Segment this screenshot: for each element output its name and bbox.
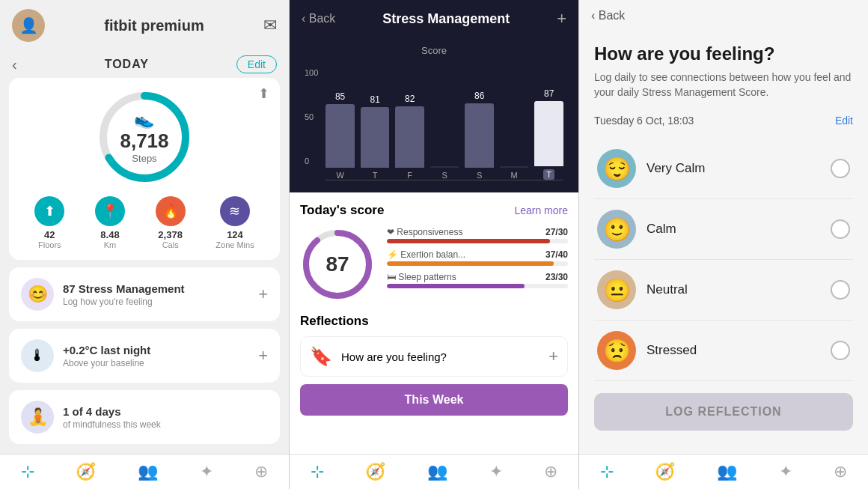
bar-today-day: T	[543, 169, 554, 180]
today-score-header: Today's score Learn more	[300, 203, 568, 218]
sleep-label: 🛏 Sleep patterns	[387, 272, 456, 282]
p2-nav-discover[interactable]: 🧭	[365, 462, 385, 482]
stress-sub: Log how you're feeling	[63, 297, 249, 307]
bar-t1-value: 81	[370, 94, 379, 105]
very-calm-radio[interactable]	[831, 159, 850, 178]
panel2-content: Today's score Learn more 87 ❤ Responsive…	[290, 192, 578, 454]
nav-add[interactable]: ⊕	[254, 462, 268, 482]
stressed-radio[interactable]	[831, 341, 850, 360]
nav-discover[interactable]: 🧭	[76, 462, 96, 482]
steps-circle-inner: 👟 8,718 Steps	[120, 110, 168, 164]
p2-nav-home[interactable]: ⊹	[311, 462, 324, 482]
log-reflection-button[interactable]: LOG REFLECTION	[594, 393, 853, 431]
score-circle: 87	[300, 227, 375, 302]
neutral-emoji: 😐	[597, 270, 636, 309]
stress-card[interactable]: 😊 87 Stress Management Log how you're fe…	[9, 267, 280, 321]
bar-t1-day: T	[373, 171, 378, 180]
neutral-option[interactable]: 😐 Neutral	[594, 260, 853, 321]
feeling-panel: ‹ Back How are you feeling? Log daily to…	[579, 0, 868, 489]
steps-card: ⬆ 👟 8,718 Steps ⬆ 42 Floors	[9, 78, 280, 260]
feeling-subtitle: Log daily to see connections between how…	[594, 70, 853, 100]
responsiveness-label: ❤ Responsiveness	[387, 227, 462, 237]
reflection-plus[interactable]: +	[548, 347, 558, 366]
stress-plus[interactable]: +	[258, 285, 268, 304]
bar-s1: S	[430, 164, 459, 180]
share-icon[interactable]: ⬆	[258, 85, 269, 102]
p2-back-btn[interactable]: ‹ Back	[302, 12, 335, 25]
p3-nav-premium[interactable]: ✦	[779, 462, 792, 482]
back-icon[interactable]: ‹	[12, 56, 17, 73]
responsiveness-value: 27/30	[545, 227, 568, 237]
y-label-50: 50	[305, 112, 318, 121]
edit-link[interactable]: Edit	[835, 115, 853, 127]
bar-s2: 86 S	[465, 91, 494, 180]
score-value: 87	[326, 252, 349, 276]
exertion-label: ⚡ Exertion balan...	[387, 249, 465, 260]
zone-value: 124	[227, 229, 243, 240]
p3-nav-home[interactable]: ⊹	[600, 462, 614, 482]
nav-premium[interactable]: ✦	[200, 462, 213, 482]
mindfulness-card[interactable]: 🧘 1 of 4 days of mindfulness this week	[9, 390, 280, 444]
date-text: Tuesday 6 Oct, 18:03	[594, 115, 694, 127]
bar-w-bar	[326, 104, 355, 168]
edit-button[interactable]: Edit	[236, 55, 277, 73]
mindfulness-icon: 🧘	[21, 401, 54, 434]
p2-plus-btn[interactable]: +	[557, 9, 566, 28]
avatar[interactable]: 👤	[12, 9, 45, 42]
bar-m-day: M	[511, 171, 518, 180]
floors-label: Floors	[38, 240, 61, 249]
mindfulness-text: 1 of 4 days of mindfulness this week	[63, 405, 268, 430]
floors-value: 42	[44, 229, 55, 240]
nav-community[interactable]: 👥	[138, 462, 158, 482]
neutral-radio[interactable]	[831, 280, 850, 300]
p2-nav-add[interactable]: ⊕	[544, 462, 557, 482]
p2-nav-community[interactable]: 👥	[427, 462, 447, 482]
reflection-item[interactable]: 🔖 How are you feeling? +	[300, 336, 568, 377]
exertion-bar	[387, 261, 554, 266]
metric-floors: ⬆ 42 Floors	[34, 196, 64, 249]
temp-icon: 🌡	[21, 339, 54, 372]
stressed-option[interactable]: 😟 Stressed	[594, 321, 853, 381]
km-icon: 📍	[95, 196, 125, 226]
feeling-title: How are you feeling?	[594, 43, 853, 64]
p3-nav-discover[interactable]: 🧭	[655, 462, 675, 482]
temp-card[interactable]: 🌡 +0.2°C last night Above your baseline …	[9, 329, 280, 383]
reflections-title: Reflections	[300, 314, 568, 329]
temp-plus[interactable]: +	[258, 346, 268, 365]
p3-nav-community[interactable]: 👥	[717, 462, 737, 482]
today-label: TODAY	[105, 58, 149, 71]
steps-value: 8,718	[120, 130, 168, 153]
bar-f-value: 82	[405, 94, 415, 104]
p3-back-btn[interactable]: ‹ Back	[591, 9, 625, 22]
bar-f-bar	[395, 106, 424, 168]
bar-w-day: W	[336, 171, 343, 180]
chart-area: Score 100 50 0 85 W 81 T 82	[290, 37, 578, 192]
panel2-header: ‹ Back Stress Management +	[290, 0, 578, 37]
this-week-button[interactable]: This Week	[300, 384, 568, 416]
very-calm-option[interactable]: 😌 Very Calm	[594, 139, 853, 199]
learn-more-link[interactable]: Learn more	[514, 204, 568, 216]
calm-option[interactable]: 🙂 Calm	[594, 199, 853, 260]
bookmark-icon: 🔖	[310, 346, 332, 367]
p2-nav-premium[interactable]: ✦	[489, 462, 503, 482]
calm-radio[interactable]	[831, 219, 850, 239]
neutral-label: Neutral	[647, 282, 820, 297]
zone-label: Zone Mins	[216, 240, 254, 249]
metrics-row: ⬆ 42 Floors 📍 8.48 Km 🔥 2,378 Cals ≋ 124	[19, 196, 269, 249]
panel1-nav: ⊹ 🧭 👥 ✦ ⊕	[0, 454, 289, 489]
bar-f-day: F	[407, 171, 412, 180]
stress-panel: ‹ Back Stress Management + Score 100 50 …	[290, 0, 579, 489]
stress-icon: 😊	[21, 278, 54, 311]
today-bar: ‹ TODAY Edit	[9, 51, 280, 78]
stressed-emoji: 😟	[597, 331, 636, 370]
mindfulness-sub: of mindfulness this week	[63, 419, 268, 430]
nav-home[interactable]: ⊹	[21, 462, 34, 482]
today-score-title: Today's score	[300, 203, 384, 218]
score-row: 87 ❤ Responsiveness 27/30 ⚡ Exertion bal…	[300, 227, 568, 302]
p3-nav-add[interactable]: ⊕	[834, 462, 847, 482]
metric-zone: ≋ 124 Zone Mins	[216, 196, 254, 249]
bar-w: 85 W	[326, 91, 355, 180]
cals-value: 2,378	[158, 229, 183, 240]
mail-icon[interactable]: ✉	[263, 16, 277, 35]
exertion-value: 37/40	[545, 249, 568, 260]
